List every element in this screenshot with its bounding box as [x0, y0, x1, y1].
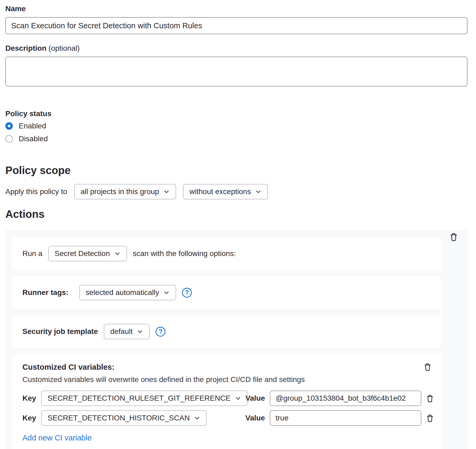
actions-heading: Actions [5, 207, 467, 221]
description-label-text: Description [5, 44, 46, 52]
disabled-radio[interactable] [5, 135, 13, 143]
action-card: Run a Secret Detection scan with the fol… [5, 229, 467, 449]
enabled-radio[interactable] [5, 122, 13, 130]
description-label: Description (optional) [5, 44, 467, 53]
job-template-label: Security job template [22, 327, 98, 336]
job-template-row: Security job template default ? [22, 324, 431, 339]
ci-variable-row: Key SECRET_DETECTION_RULESET_GIT_REFEREN… [22, 391, 431, 406]
trash-icon [424, 363, 431, 371]
apply-policy-label: Apply this policy to [5, 187, 67, 196]
radio-dot [8, 125, 10, 127]
policy-status-label: Policy status [5, 109, 467, 118]
runner-tags-section: Runner tags: selected automatically ? [12, 276, 442, 309]
policy-status-option-enabled: Enabled [5, 121, 467, 131]
scan-type-dropdown[interactable]: Secret Detection [48, 246, 127, 261]
chevron-down-icon [194, 415, 200, 421]
exceptions-dropdown[interactable]: without exceptions [183, 184, 268, 199]
name-label: Name [5, 4, 467, 13]
ci-variable-key-dropdown[interactable]: SECRET_DETECTION_RULESET_GIT_REFERENCE [41, 391, 248, 406]
policy-scope-heading: Policy scope [5, 164, 467, 177]
ci-variable-key-dropdown[interactable]: SECRET_DETECTION_HISTORIC_SCAN [41, 410, 207, 426]
trash-icon [450, 233, 458, 241]
ci-variable-value-input[interactable] [270, 410, 421, 426]
ci-variables-section: Customized CI variables: Customized vari… [12, 354, 442, 449]
value-label: Value [245, 414, 265, 422]
scan-options-label: scan with the following options: [133, 249, 236, 258]
scan-type-dropdown-label: Secret Detection [55, 249, 110, 258]
value-label: Value [245, 394, 265, 403]
job-template-dropdown[interactable]: default [104, 324, 150, 339]
scan-type-section: Run a Secret Detection scan with the fol… [12, 237, 442, 270]
remove-ci-variables-button[interactable] [424, 363, 431, 371]
ci-variable-key-dropdown-label: SECRET_DETECTION_HISTORIC_SCAN [47, 414, 190, 422]
trash-icon [426, 394, 434, 403]
projects-scope-dropdown-label: all projects in this group [81, 187, 159, 196]
description-input[interactable] [5, 57, 467, 86]
remove-ci-variable-row-button[interactable] [426, 394, 434, 403]
chevron-down-icon [235, 395, 241, 401]
runner-tags-dropdown-label: selected automatically [86, 288, 159, 297]
remove-action-button[interactable] [450, 233, 458, 241]
add-ci-variable-link[interactable]: Add new CI variable [22, 433, 92, 442]
description-optional-text: (optional) [49, 44, 80, 52]
ci-variables-title: Customized CI variables: [22, 363, 114, 372]
trash-icon [426, 414, 434, 422]
ci-variable-value-input[interactable] [270, 391, 421, 406]
key-label: Key [22, 414, 36, 422]
policy-status-option-disabled: Disabled [5, 134, 467, 143]
scan-type-row: Run a Secret Detection scan with the fol… [22, 246, 431, 261]
disabled-radio-label: Disabled [19, 135, 48, 143]
run-a-label: Run a [22, 249, 42, 258]
runner-tags-row: Runner tags: selected automatically ? [22, 285, 431, 300]
projects-scope-dropdown[interactable]: all projects in this group [74, 184, 176, 199]
remove-ci-variable-row-button[interactable] [426, 414, 434, 422]
policy-scope-row: Apply this policy to all projects in thi… [5, 184, 467, 199]
chevron-down-icon [163, 188, 170, 195]
ci-variable-row: Key SECRET_DETECTION_HISTORIC_SCAN Value [22, 410, 431, 426]
chevron-down-icon [137, 328, 143, 335]
name-input[interactable] [5, 17, 467, 34]
help-icon[interactable]: ? [182, 288, 192, 298]
job-template-dropdown-label: default [110, 327, 133, 336]
exceptions-dropdown-label: without exceptions [189, 187, 251, 196]
chevron-down-icon [163, 289, 170, 296]
runner-tags-label: Runner tags: [22, 288, 69, 297]
enabled-radio-label: Enabled [19, 122, 46, 130]
policy-editor-form: Name Description (optional) Policy statu… [5, 4, 467, 449]
ci-variables-description: Customized variables will overwrite ones… [22, 375, 431, 384]
chevron-down-icon [255, 188, 261, 195]
chevron-down-icon [114, 250, 121, 257]
ci-variables-header: Customized CI variables: [22, 363, 431, 372]
help-icon[interactable]: ? [156, 327, 165, 337]
key-label: Key [22, 394, 36, 403]
job-template-section: Security job template default ? [12, 315, 442, 348]
runner-tags-dropdown[interactable]: selected automatically [79, 285, 176, 300]
ci-variable-key-dropdown-label: SECRET_DETECTION_RULESET_GIT_REFERENCE [47, 394, 231, 403]
